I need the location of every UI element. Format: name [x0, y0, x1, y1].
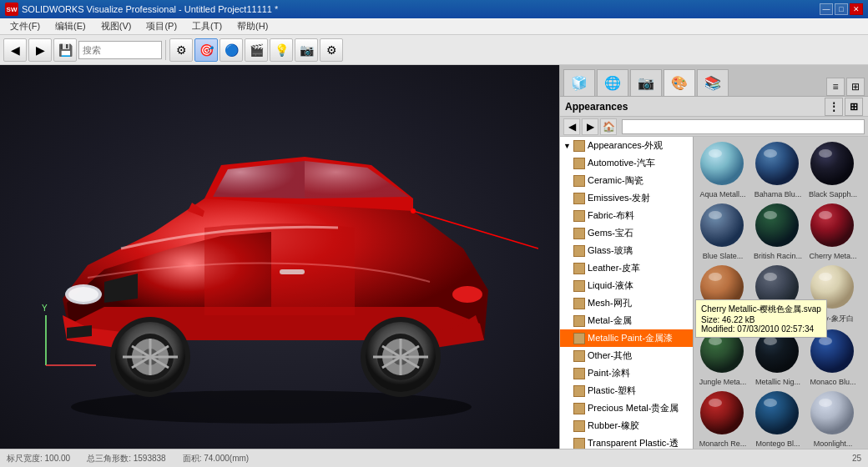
save-button[interactable]: 💾 — [53, 38, 77, 62]
grid-item-3[interactable]: Blue Slate... — [697, 202, 749, 260]
nav-forward-button[interactable]: ▶ — [582, 118, 598, 135]
tab-library[interactable]: 📚 — [697, 69, 729, 96]
title-bar-controls[interactable]: — □ ✕ — [820, 3, 863, 15]
viewport[interactable]: Y — [0, 65, 559, 449]
tree-root-appearances[interactable]: ▼ Appearances-外观 — [560, 137, 693, 154]
sphere-highlight-6 — [709, 273, 722, 281]
maximize-button[interactable]: □ — [835, 3, 848, 15]
tree-item-icon-0 — [573, 158, 585, 169]
grid-item-8[interactable]: Ivory-象牙白 — [807, 264, 859, 324]
sphere-container-0 — [699, 140, 747, 188]
panel-expand-button[interactable]: ⊞ — [846, 78, 865, 96]
sphere-container-2 — [809, 140, 857, 188]
tree-item-label-9: Metal-金属 — [588, 314, 632, 327]
grid-item-label-10: Metallic Nig... — [752, 378, 804, 386]
sphere-highlight-13 — [764, 399, 777, 407]
grid-row-1: Blue Slate...British Racin...Cherry Meta… — [697, 202, 865, 260]
grid-item-6[interactable]: Desert Cop... — [697, 264, 749, 324]
grid-item-10[interactable]: Metallic Nig... — [752, 328, 804, 386]
grid-item-7[interactable]: Gun Metallic... — [752, 264, 804, 324]
sphere-highlight-3 — [709, 211, 722, 219]
grid-item-5[interactable]: Cherry Meta... — [807, 202, 859, 260]
panel-options-button[interactable]: ≡ — [826, 78, 845, 96]
sphere-container-5 — [809, 202, 857, 250]
tree-panel: ▼ Appearances-外观 Automotive-汽车Ceramic-陶瓷… — [560, 137, 694, 449]
sphere-highlight-14 — [819, 399, 832, 407]
grid-item-11[interactable]: Monaco Blu... — [807, 328, 859, 386]
settings-button[interactable]: ⚙ — [320, 38, 343, 62]
grid-item-0[interactable]: Aqua Metall... — [697, 140, 749, 198]
grid-item-label-12: Monarch Re... — [697, 439, 749, 448]
nav-back-button[interactable]: ◀ — [563, 118, 580, 135]
menu-edit[interactable]: 编辑(E) — [48, 18, 93, 34]
tree-item-icon-1 — [573, 175, 585, 187]
menu-file[interactable]: 文件(F) — [3, 18, 47, 34]
tab-scene[interactable]: 🌐 — [597, 69, 628, 96]
title-bar-left: SW SOLIDWORKS Visualize Professional - U… — [5, 3, 278, 16]
search-toolbar-input[interactable] — [78, 41, 162, 59]
tree-item-label-8: Mesh-网孔 — [588, 297, 632, 309]
tree-item-7[interactable]: Liquid-液体 — [560, 277, 693, 294]
grid-item-4[interactable]: British Racin... — [752, 202, 804, 260]
lights-button[interactable]: 💡 — [270, 38, 293, 62]
materials-button[interactable]: 🔵 — [220, 38, 243, 62]
tree-item-13[interactable]: Plastic-塑料 — [560, 382, 693, 399]
tree-item-icon-12 — [573, 368, 585, 379]
sphere-circle-3 — [700, 203, 744, 247]
sphere-circle-11 — [810, 329, 854, 373]
tree-item-10[interactable]: Metallic Paint-金属漆 — [560, 329, 693, 347]
back-button[interactable]: ◀ — [3, 38, 27, 62]
forward-button[interactable]: ▶ — [28, 38, 52, 62]
tab-model[interactable]: 🧊 — [563, 69, 595, 96]
grid-item-9[interactable]: Jungle Meta... — [697, 328, 749, 386]
grid-item-14[interactable]: Moonlight... — [807, 389, 859, 448]
grid-panel[interactable]: Aqua Metall...Bahama Blu...Black Sapph..… — [694, 137, 868, 449]
grid-item-12[interactable]: Monarch Re... — [697, 389, 749, 448]
grid-item-1[interactable]: Bahama Blu... — [752, 140, 804, 198]
sphere-highlight-11 — [819, 337, 832, 345]
tree-item-5[interactable]: Glass-玻璃 — [560, 242, 693, 259]
scene-button[interactable]: 🎬 — [245, 38, 268, 62]
menu-project[interactable]: 项目(P) — [139, 18, 184, 34]
sphere-circle-0 — [700, 142, 744, 185]
grid-row-2: Desert Cop...Gun Metallic...Ivory-象牙白 — [697, 264, 865, 324]
tab-appearances[interactable]: 🎨 — [664, 69, 695, 96]
tree-item-icon-15 — [573, 420, 585, 432]
tree-item-3[interactable]: Fabric-布料 — [560, 207, 693, 224]
camera-button[interactable]: 📷 — [295, 38, 318, 62]
tree-item-14[interactable]: Precious Metal-贵金属 — [560, 399, 693, 417]
appearances-search-input[interactable] — [622, 119, 865, 134]
grid-item-2[interactable]: Black Sapph... — [807, 140, 859, 198]
grid-container: Aqua Metall...Bahama Blu...Black Sapph..… — [697, 140, 865, 449]
tree-item-8[interactable]: Mesh-网孔 — [560, 294, 693, 312]
sphere-container-10 — [754, 328, 802, 376]
appearances-grid-button[interactable]: ⊞ — [845, 98, 863, 116]
status-right: 25 — [852, 454, 861, 463]
tab-camera[interactable]: 📷 — [630, 69, 662, 96]
tree-item-2[interactable]: Emissives-发射 — [560, 189, 693, 207]
sphere-container-6 — [699, 264, 747, 312]
tree-item-0[interactable]: Automotive-汽车 — [560, 154, 693, 172]
menu-tools[interactable]: 工具(T) — [185, 18, 229, 34]
appearances-title: Appearances — [565, 101, 628, 113]
sphere-svg-2 — [809, 140, 855, 187]
close-button[interactable]: ✕ — [850, 3, 863, 15]
tree-item-9[interactable]: Metal-金属 — [560, 312, 693, 329]
minimize-button[interactable]: — — [820, 3, 833, 15]
menu-view[interactable]: 视图(V) — [94, 18, 139, 34]
menu-help[interactable]: 帮助(H) — [230, 18, 275, 34]
sphere-container-9 — [699, 328, 747, 376]
nav-home-button[interactable]: 🏠 — [600, 118, 617, 135]
tree-item-12[interactable]: Paint-涂料 — [560, 364, 693, 382]
tree-item-15[interactable]: Rubber-橡胶 — [560, 417, 693, 434]
tree-item-16[interactable]: Transparent Plastic-透 — [560, 434, 693, 449]
tree-item-1[interactable]: Ceramic-陶瓷 — [560, 172, 693, 189]
tree-item-6[interactable]: Leather-皮革 — [560, 259, 693, 277]
render-settings-button[interactable]: ⚙ — [169, 38, 193, 62]
appearances-menu-button[interactable]: ⋮ — [825, 98, 843, 116]
tree-item-11[interactable]: Other-其他 — [560, 347, 693, 364]
render-button[interactable]: 🎯 — [194, 38, 218, 62]
tree-item-4[interactable]: Gems-宝石 — [560, 224, 693, 242]
grid-item-13[interactable]: Montego Bl... — [752, 389, 804, 448]
tree-item-label-7: Liquid-液体 — [588, 279, 633, 292]
